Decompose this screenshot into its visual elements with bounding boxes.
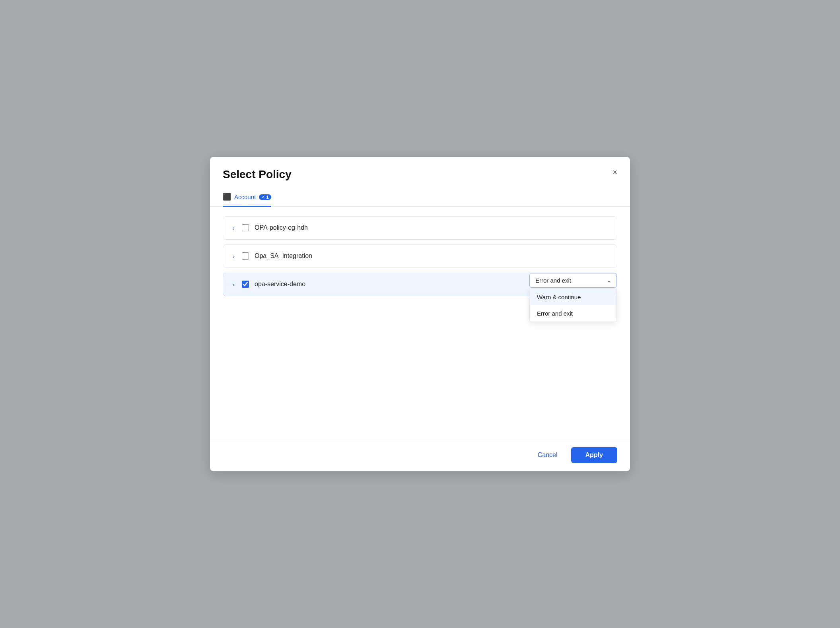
policy-row-2: › Opa_SA_Integration [223, 244, 617, 268]
cancel-button[interactable]: Cancel [530, 448, 566, 463]
dropdown-option-warn[interactable]: Warn & continue [530, 289, 616, 305]
modal-header: Select Policy × [210, 157, 630, 189]
policy-checkbox-2[interactable] [242, 252, 249, 260]
layers-icon: ⬛ [223, 193, 231, 201]
policy-row-1: › OPA-policy-eg-hdh [223, 216, 617, 240]
dropdown-trigger-3[interactable]: Error and exit ⌄ [529, 273, 617, 288]
expand-button-1[interactable]: › [231, 224, 236, 232]
close-button[interactable]: × [611, 167, 619, 178]
policy-checkbox-3[interactable] [242, 281, 249, 288]
chevron-down-icon: ⌄ [607, 277, 611, 283]
tab-account-label: Account [234, 194, 256, 200]
policy-row-3: › opa-service-demo Error and exit ⌄ Warn… [223, 273, 617, 296]
modal-overlay[interactable]: Select Policy × ⬛ Account ✓ 1 › OPA-p [0, 0, 840, 628]
dropdown-menu-3: Warn & continue Error and exit [529, 289, 617, 322]
dropdown-option-error[interactable]: Error and exit [530, 305, 616, 322]
policy-checkbox-1[interactable] [242, 224, 249, 231]
modal-body: › OPA-policy-eg-hdh › Opa_SA_Integration… [210, 207, 630, 439]
apply-button[interactable]: Apply [571, 447, 617, 463]
dropdown-trigger-label: Error and exit [535, 277, 571, 284]
tabs-row: ⬛ Account ✓ 1 [210, 189, 630, 207]
badge-check: ✓ [262, 195, 265, 199]
expand-button-3[interactable]: › [231, 280, 236, 289]
modal-title: Select Policy [223, 168, 617, 181]
policy-name-1: OPA-policy-eg-hdh [255, 224, 609, 231]
select-policy-modal: Select Policy × ⬛ Account ✓ 1 › OPA-p [210, 157, 630, 471]
expand-button-2[interactable]: › [231, 252, 236, 260]
dropdown-wrapper-3: Error and exit ⌄ Warn & continue Error a… [529, 273, 617, 322]
badge-count: 1 [266, 195, 268, 200]
tab-account[interactable]: ⬛ Account ✓ 1 [223, 189, 271, 207]
tab-badge: ✓ 1 [259, 194, 271, 200]
modal-footer: Cancel Apply [210, 439, 630, 471]
policy-name-2: Opa_SA_Integration [255, 252, 609, 260]
policy-list: › OPA-policy-eg-hdh › Opa_SA_Integration… [223, 216, 617, 301]
